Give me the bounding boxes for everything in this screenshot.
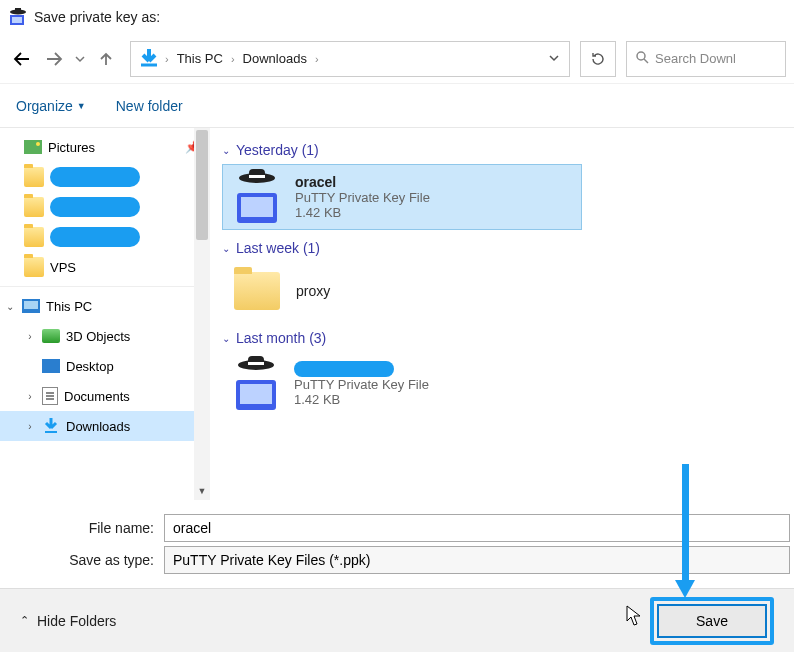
this-pc-icon [22, 299, 40, 313]
refresh-button[interactable] [580, 41, 616, 77]
file-size: 1.42 KB [294, 392, 429, 407]
window-title: Save private key as: [34, 9, 160, 25]
save-type-label: Save as type: [4, 552, 164, 568]
group-label: Yesterday (1) [236, 142, 319, 158]
tree-item-redacted[interactable] [0, 162, 210, 192]
3d-objects-icon [42, 329, 60, 343]
chevron-right-icon[interactable]: › [24, 331, 36, 342]
chevron-down-icon: ▼ [77, 101, 86, 111]
save-button[interactable]: Save [657, 604, 767, 638]
chevron-right-icon: › [231, 53, 235, 65]
group-header[interactable]: ⌄Last month (3) [222, 330, 782, 346]
chevron-down-icon: ⌄ [222, 145, 230, 156]
redacted-label [50, 167, 140, 187]
save-type-value: PuTTY Private Key Files (*.ppk) [173, 552, 370, 568]
annotation-arrow [678, 464, 692, 600]
file-type: PuTTY Private Key File [295, 190, 430, 205]
new-folder-label: New folder [116, 98, 183, 114]
hide-folders-label: Hide Folders [37, 613, 116, 629]
folder-tree: Pictures 📌 VPS ⌄ This PC ›3D Objects Des… [0, 128, 210, 500]
history-dropdown[interactable] [72, 42, 88, 76]
redacted-file-name [294, 361, 394, 377]
file-item-redacted[interactable]: PuTTY Private Key File 1.42 KB [222, 352, 582, 416]
search-placeholder: Search Downl [655, 51, 736, 66]
up-button[interactable] [92, 42, 120, 76]
chevron-right-icon[interactable]: › [24, 421, 36, 432]
file-name: oracel [295, 174, 430, 190]
svg-rect-3 [15, 8, 21, 12]
file-name: proxy [296, 283, 330, 299]
tree-item-vps[interactable]: VPS [0, 252, 210, 282]
tree-label: Documents [64, 389, 130, 404]
folder-icon [234, 272, 280, 310]
tree-item-3d-objects[interactable]: ›3D Objects [0, 321, 210, 351]
folder-icon [24, 197, 44, 217]
svg-rect-1 [12, 17, 22, 23]
search-box[interactable]: Search Downl [626, 41, 786, 77]
chevron-right-icon: › [315, 53, 319, 65]
scroll-thumb[interactable] [196, 130, 208, 240]
tree-label: This PC [46, 299, 92, 314]
folder-icon [24, 167, 44, 187]
tree-label: Pictures [48, 140, 95, 155]
breadcrumb-path[interactable]: › This PC › Downloads › [130, 41, 570, 77]
download-icon [42, 417, 60, 435]
file-size: 1.42 KB [295, 205, 430, 220]
documents-icon [42, 387, 58, 405]
ppk-file-icon [230, 358, 282, 410]
tree-item-redacted[interactable] [0, 222, 210, 252]
chevron-up-icon: ⌃ [20, 614, 29, 627]
tree-label: VPS [50, 260, 76, 275]
chevron-right-icon: › [165, 53, 169, 65]
group-label: Last month (3) [236, 330, 326, 346]
hide-folders-button[interactable]: ⌃ Hide Folders [20, 613, 116, 629]
tree-item-redacted[interactable] [0, 192, 210, 222]
tree-item-this-pc[interactable]: ⌄ This PC [0, 291, 210, 321]
desktop-icon [42, 359, 60, 373]
tree-item-documents[interactable]: ›Documents [0, 381, 210, 411]
path-dropdown[interactable] [545, 51, 563, 66]
redacted-label [50, 197, 140, 217]
pictures-icon [24, 140, 42, 154]
group-header[interactable]: ⌄Yesterday (1) [222, 142, 782, 158]
download-icon [137, 47, 161, 71]
filename-label: File name: [4, 520, 164, 536]
back-button[interactable] [8, 42, 36, 76]
file-item-proxy[interactable]: proxy [222, 262, 582, 320]
file-list: ⌄Yesterday (1) oracel PuTTY Private Key … [210, 128, 794, 500]
tree-label: Desktop [66, 359, 114, 374]
chevron-down-icon[interactable]: ⌄ [4, 301, 16, 312]
scroll-down[interactable]: ▼ [194, 486, 210, 500]
cursor-icon [626, 605, 644, 627]
tree-item-desktop[interactable]: Desktop [0, 351, 210, 381]
group-label: Last week (1) [236, 240, 320, 256]
tree-label: Downloads [66, 419, 130, 434]
redacted-label [50, 227, 140, 247]
tree-label: 3D Objects [66, 329, 130, 344]
organize-label: Organize [16, 98, 73, 114]
organize-menu[interactable]: Organize ▼ [16, 98, 86, 114]
chevron-down-icon: ⌄ [222, 333, 230, 344]
folder-icon [24, 257, 44, 277]
svg-point-4 [637, 52, 645, 60]
filename-input[interactable] [164, 514, 790, 542]
new-folder-button[interactable]: New folder [116, 98, 183, 114]
tree-item-downloads[interactable]: ›Downloads [0, 411, 210, 441]
tree-item-pictures[interactable]: Pictures 📌 [0, 132, 210, 162]
forward-button[interactable] [40, 42, 68, 76]
group-header[interactable]: ⌄Last week (1) [222, 240, 782, 256]
breadcrumb-item[interactable]: Downloads [239, 51, 311, 66]
file-item-oracel[interactable]: oracel PuTTY Private Key File 1.42 KB [222, 164, 582, 230]
ppk-file-icon [231, 171, 283, 223]
sidebar-scrollbar[interactable]: ▲ ▼ [194, 128, 210, 500]
save-highlight: Save [650, 597, 774, 645]
file-type: PuTTY Private Key File [294, 377, 429, 392]
chevron-down-icon: ⌄ [222, 243, 230, 254]
chevron-right-icon[interactable]: › [24, 391, 36, 402]
app-icon [8, 7, 28, 27]
save-type-combo[interactable]: PuTTY Private Key Files (*.ppk) [164, 546, 790, 574]
search-icon [635, 50, 649, 67]
folder-icon [24, 227, 44, 247]
breadcrumb-item[interactable]: This PC [173, 51, 227, 66]
